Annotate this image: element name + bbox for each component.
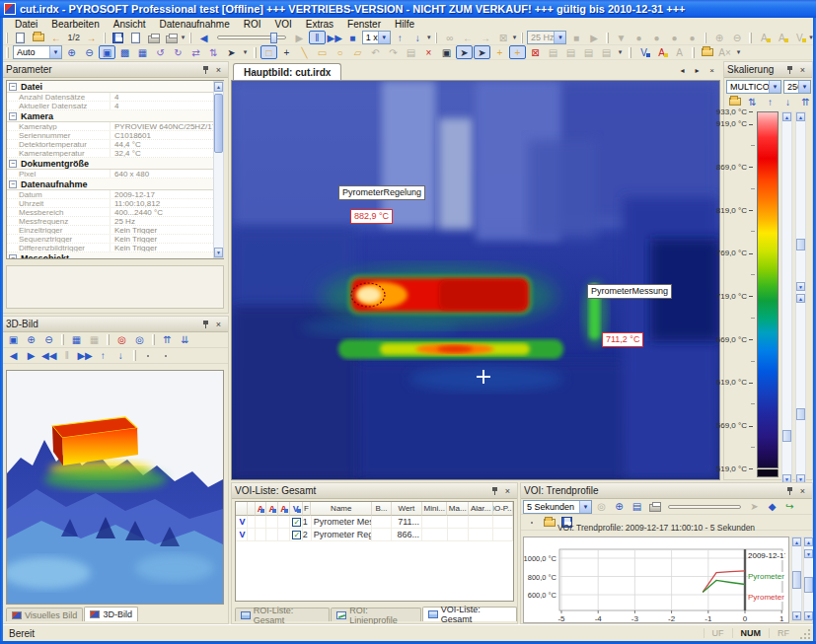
pin-button[interactable] (488, 485, 501, 497)
menu-bearbeiten[interactable]: Bearbeiten (45, 19, 105, 30)
menu-datei[interactable]: Datei (9, 19, 43, 30)
view3d-up-button[interactable]: ↑ (95, 349, 111, 363)
scroll-up-button[interactable]: ▲ (792, 537, 801, 546)
speed-combobox[interactable]: 1 x ▼ (362, 31, 391, 44)
next-frame-button[interactable]: → (83, 31, 100, 44)
view3d-play-button[interactable]: ▶ (23, 349, 39, 363)
trend-export-button[interactable]: ▤ (629, 500, 645, 514)
roi-del-point-button[interactable]: + (509, 45, 526, 59)
view3d-rotate-button[interactable]: ◎ (113, 333, 130, 347)
scale-auto-button[interactable]: ⇅ (744, 95, 761, 108)
rotate-left-button[interactable]: ↺ (152, 45, 169, 59)
close-button[interactable]: × (501, 485, 514, 497)
voi-column-v[interactable]: V (290, 502, 303, 516)
pin-button[interactable] (199, 64, 212, 76)
view3d-grid-button[interactable]: ▦ (68, 333, 85, 347)
collapse-icon[interactable]: − (9, 180, 17, 188)
speed-up-button[interactable]: ↑ (392, 31, 408, 44)
tab-next-button[interactable]: ▸ (691, 64, 704, 77)
trend-print-button[interactable] (646, 500, 663, 514)
tab-hauptbild[interactable]: Hauptbild: cut.irdx (233, 63, 341, 80)
annotation-pyrometerregelung[interactable]: PyrometerRegelung (338, 185, 425, 200)
levels-combobox[interactable]: 256 ▼ (783, 80, 811, 94)
toolbar-grip[interactable] (521, 33, 523, 43)
open-file-button[interactable] (30, 31, 46, 44)
param-row[interactable]: Kameratemperatur32,4 °C (7, 149, 223, 158)
roi-edit-button[interactable]: ▣ (438, 45, 455, 59)
io-config-button[interactable] (699, 45, 715, 59)
scale-max-up-button[interactable]: ↑ (762, 95, 779, 108)
view3d-grid2-button[interactable]: ▦ (86, 333, 103, 347)
toolbar-overflow-button[interactable]: ▾ (512, 34, 516, 41)
pin-button[interactable] (199, 319, 212, 330)
collapse-icon[interactable]: − (9, 254, 17, 260)
remove-frame-button[interactable]: ⊠ (494, 31, 511, 44)
zoom-doc-out-button[interactable]: ⊖ (728, 31, 745, 44)
param-row[interactable]: DifferenzbildtriggerKein Trigger (7, 244, 223, 252)
record-seq-button[interactable]: ● (666, 31, 683, 44)
toolbar-grip[interactable] (152, 334, 155, 345)
alarm-delete-button[interactable]: A× (716, 45, 733, 59)
voi-column-mini[interactable]: Mini... (422, 502, 447, 516)
tab-3d-bild[interactable]: 3D-Bild (84, 607, 138, 621)
param-section-kamera[interactable]: −Kamera (7, 110, 223, 122)
scroll-up-button[interactable]: ▲ (804, 537, 813, 546)
voi-column-a[interactable]: A (256, 502, 267, 516)
play-backward-button[interactable]: ◀ (195, 31, 212, 44)
param-row[interactable]: KameratypPYROVIEW 640NC/25HZ/17 X13 (7, 122, 223, 131)
toolbar-grip[interactable] (189, 33, 191, 43)
voi-column-ma[interactable]: Ma... (447, 502, 469, 516)
toolbar-grip[interactable] (749, 33, 751, 43)
roi-undo-button[interactable]: ↶ (367, 45, 384, 59)
param-section-datei[interactable]: −Datei (7, 81, 223, 93)
pin-button[interactable] (783, 64, 796, 76)
titlebar[interactable]: cut.irdx - PYROSOFT Professional test [O… (0, 0, 816, 18)
palette-combobox[interactable]: MULTICOLOR ▼ (726, 80, 781, 94)
voi-column-name[interactable]: Name (311, 502, 372, 516)
param-section-messobjekt[interactable]: −Messobjekt (7, 252, 223, 259)
param-row[interactable]: Datum2009-12-17 (7, 190, 223, 199)
param-row[interactable]: Messbereich400...2440 °C (7, 208, 223, 217)
prev-frame-button[interactable]: ← (47, 31, 64, 44)
roi-clear-button[interactable]: ⊠ (527, 45, 544, 59)
toolbar-grip[interactable] (606, 33, 608, 43)
toolbar-grip[interactable] (104, 33, 106, 43)
toolbar-grip[interactable] (435, 33, 437, 43)
combo-arrow-icon[interactable]: ▼ (49, 46, 61, 58)
parameter-scrollbar[interactable]: ▲ ▼ (213, 81, 224, 258)
voi-column-a[interactable]: A (266, 502, 278, 516)
slider-up-button[interactable]: ▲ (796, 294, 805, 303)
trigger-button[interactable]: ▼ (613, 31, 630, 44)
scale-min-slider[interactable]: ▲ ▼ ▲ ▼ (795, 111, 806, 484)
roi-delete-button[interactable]: × (420, 45, 437, 59)
view3d-zoom-in-button[interactable]: ⊕ (23, 333, 39, 347)
collapse-icon[interactable]: − (9, 160, 17, 168)
roi-line-button[interactable]: ╲ (296, 45, 313, 59)
roi-point-button[interactable]: + (278, 45, 295, 59)
alarm-a1-button[interactable]: A (756, 31, 773, 44)
print-button[interactable] (145, 31, 162, 44)
param-row[interactable]: Detektortemperatur44,4 °C (7, 140, 223, 149)
collapse-icon[interactable]: − (9, 83, 17, 91)
flip-horizontal-button[interactable]: ⇄ (187, 45, 204, 59)
annotation-pyrometerregelung-value[interactable]: 882,9 °C (350, 209, 393, 224)
voi-column-b[interactable]: B... (372, 502, 392, 516)
slider-down-button[interactable]: ▼ (796, 282, 805, 291)
scale-max-slider[interactable]: ▲ ▼ (781, 111, 792, 484)
view3d-export-button[interactable] (158, 349, 175, 363)
link-frames-button[interactable]: ∞ (441, 31, 458, 44)
rotate-right-button[interactable]: ↻ (170, 45, 186, 59)
new-file-button[interactable] (12, 31, 29, 44)
toolbar-grip[interactable] (6, 33, 8, 43)
roi-copy-button[interactable]: ▤ (403, 45, 419, 59)
voi-column-blank[interactable] (236, 502, 248, 516)
start-record-button[interactable]: ▶ (585, 31, 602, 44)
last-frame-button[interactable]: ■ (344, 31, 361, 44)
goto-next-button[interactable]: → (477, 31, 493, 44)
flip-vertical-button[interactable]: ⇅ (205, 45, 222, 59)
menu-extras[interactable]: Extras (300, 19, 339, 30)
grid-button[interactable]: ▦ (134, 45, 151, 59)
scale-min-up-button[interactable]: ⇈ (797, 95, 814, 108)
scroll-down-button[interactable]: ▼ (792, 611, 801, 620)
trend-marker-button[interactable]: ◆ (764, 500, 780, 514)
